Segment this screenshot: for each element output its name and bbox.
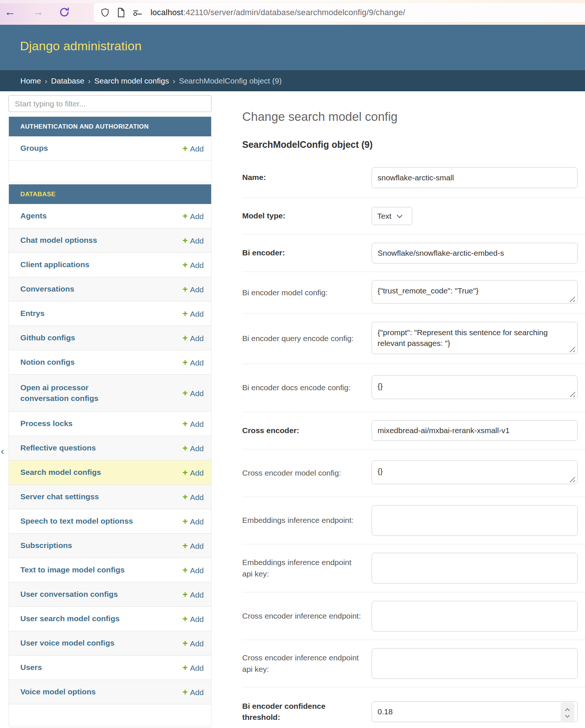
- sidebar-item-process-locks: Process locks +Add: [9, 412, 211, 436]
- back-icon[interactable]: ←: [4, 4, 16, 19]
- sidebar-item-conversations: Conversations +Add: [9, 277, 211, 302]
- form-row-bi-encoder-docs-encode-config: Bi encoder docs encode config: {}: [242, 364, 585, 412]
- sidebar-link-users[interactable]: Users: [20, 662, 42, 673]
- plus-icon: +: [183, 143, 188, 153]
- add-voice-model-options-button[interactable]: +Add: [183, 687, 204, 697]
- bi-encoder-query-encode-config-textarea[interactable]: {"prompt": "Represent this sentence for …: [372, 322, 578, 354]
- url-host: localhost: [151, 8, 183, 17]
- field-label-embeddings-inference-endpoint-api-key: Embeddings inference endpoint api key:: [242, 557, 372, 579]
- sidebar-filter-input[interactable]: [9, 95, 212, 112]
- breadcrumb-separator: ›: [173, 76, 175, 85]
- sidebar-link-voice-model-options[interactable]: Voice model options: [20, 687, 96, 697]
- field-label-bi-encoder-docs-encode-config: Bi encoder docs encode config:: [242, 382, 372, 393]
- add-agents-button[interactable]: +Add: [183, 211, 204, 221]
- bi-encoder-confidence-threshold-input[interactable]: [372, 701, 578, 722]
- add-text-to-image-model-configs-button[interactable]: +Add: [183, 565, 204, 575]
- sidebar-link-search-model-configs[interactable]: Search model configs: [20, 467, 101, 477]
- cross-encoder-model-config-textarea[interactable]: {}: [372, 460, 578, 484]
- shield-icon[interactable]: [100, 7, 110, 18]
- plus-icon: +: [183, 309, 188, 319]
- sidebar-item-users: Users +Add: [9, 656, 211, 680]
- field-label-cross-encoder-model-config: Cross encoder model config:: [242, 467, 372, 479]
- add-search-model-configs-button[interactable]: +Add: [183, 467, 204, 478]
- main-content: Change search model config SearchModelCo…: [242, 91, 585, 728]
- sidebar-link-groups[interactable]: Groups: [20, 143, 48, 153]
- form-row-embeddings-inference-endpoint: Embeddings inference endpoint:: [242, 497, 585, 544]
- sidebar-link-agents[interactable]: Agents: [20, 211, 47, 221]
- cross-encoder-inference-endpoint-api-key-input[interactable]: [372, 648, 578, 679]
- reload-icon[interactable]: [58, 6, 70, 18]
- sidebar-link-open-ai-processor-conversation-configs[interactable]: Open ai processor conversation configs: [20, 382, 131, 404]
- add-github-configs-button[interactable]: +Add: [183, 333, 204, 343]
- breadcrumb-home[interactable]: Home: [20, 76, 41, 85]
- sidebar-collapse-icon[interactable]: ‹: [1, 445, 4, 457]
- sidebar-link-conversations[interactable]: Conversations: [20, 284, 74, 294]
- add-conversations-button[interactable]: +Add: [183, 284, 204, 295]
- form-row-cross-encoder: Cross encoder:: [242, 412, 585, 449]
- add-users-button[interactable]: +Add: [183, 663, 204, 673]
- add-groups-button[interactable]: +Add: [183, 143, 204, 154]
- bi-encoder-docs-encode-config-textarea[interactable]: {}: [372, 375, 578, 399]
- bi-encoder-input[interactable]: [372, 243, 578, 263]
- plus-icon: +: [183, 687, 188, 697]
- embeddings-inference-endpoint-api-key-input[interactable]: [372, 553, 578, 584]
- sidebar-link-user-search-model-configs[interactable]: User search model configs: [20, 613, 119, 624]
- sidebar-link-subscriptions[interactable]: Subscriptions: [20, 540, 72, 551]
- breadcrumb-search-model-configs[interactable]: Search model configs: [94, 76, 169, 85]
- add-speech-to-text-model-optionss-button[interactable]: +Add: [183, 516, 204, 527]
- sidebar-link-server-chat-settingss[interactable]: Server chat settingss: [20, 491, 99, 502]
- embeddings-inference-endpoint-input[interactable]: [372, 505, 578, 536]
- field-label-name: Name:: [242, 172, 372, 183]
- add-entrys-button[interactable]: +Add: [183, 309, 204, 319]
- add-client-applications-button[interactable]: +Add: [183, 260, 204, 270]
- sidebar-link-text-to-image-model-configs[interactable]: Text to image model configs: [20, 565, 125, 575]
- name-input[interactable]: [372, 167, 578, 188]
- bi-encoder-model-config-textarea[interactable]: {"trust_remote_code": "True"}: [372, 280, 578, 304]
- sidebar-link-reflective-questions[interactable]: Reflective questions: [20, 443, 96, 453]
- sidebar-link-user-voice-model-configs[interactable]: User voice model configs: [20, 638, 114, 648]
- add-process-locks-button[interactable]: +Add: [183, 419, 204, 429]
- permissions-icon[interactable]: [132, 8, 143, 17]
- sidebar-link-github-configs[interactable]: Github configs: [20, 333, 75, 343]
- sidebar-link-notion-configs[interactable]: Notion configs: [20, 357, 75, 367]
- page-icon[interactable]: [116, 7, 125, 18]
- add-server-chat-settingss-button[interactable]: +Add: [183, 492, 204, 502]
- sidebar-link-chat-model-optionss[interactable]: Chat model optionss: [20, 235, 97, 245]
- site-title[interactable]: Django administration: [20, 39, 142, 53]
- plus-icon: +: [183, 260, 188, 270]
- form-row-cross-encoder-model-config: Cross encoder model config: {}: [242, 449, 585, 497]
- add-user-search-model-configs-button[interactable]: +Add: [183, 614, 204, 624]
- add-notion-configs-button[interactable]: +Add: [183, 357, 204, 368]
- add-reflective-questions-button[interactable]: +Add: [183, 443, 204, 453]
- add-subscriptions-button[interactable]: +Add: [183, 541, 204, 551]
- add-user-conversation-configs-button[interactable]: +Add: [183, 589, 204, 600]
- number-stepper[interactable]: [561, 702, 574, 722]
- add-user-voice-model-configs-button[interactable]: +Add: [183, 638, 204, 649]
- breadcrumb-current: SearchModelConfig object (9): [179, 76, 282, 85]
- sidebar-link-entrys[interactable]: Entrys: [20, 308, 44, 319]
- plus-icon: +: [183, 211, 188, 221]
- url-bar[interactable]: localhost:42110/server/admin/database/se…: [94, 3, 585, 22]
- plus-icon: +: [183, 235, 188, 245]
- add-open-ai-processor-conversation-configs-button[interactable]: +Add: [183, 388, 204, 398]
- sidebar-item-github-configs: Github configs +Add: [9, 326, 211, 350]
- plus-icon: +: [183, 419, 188, 429]
- model-type-select[interactable]: Text: [372, 207, 412, 225]
- sidebar-link-process-locks[interactable]: Process locks: [20, 418, 72, 429]
- sidebar-link-client-applications[interactable]: Client applications: [20, 259, 89, 270]
- add-chat-model-optionss-button[interactable]: +Add: [183, 235, 204, 246]
- forward-icon[interactable]: →: [33, 4, 44, 19]
- app-module-database: DATABASE Agents +Add Chat model optionss…: [9, 184, 212, 726]
- sidebar-item-reflective-questions: Reflective questions +Add: [9, 436, 211, 460]
- cross-encoder-input[interactable]: [372, 420, 578, 441]
- cross-encoder-inference-endpoint-input[interactable]: [372, 601, 578, 632]
- field-label-bi-encoder: Bi encoder:: [242, 247, 372, 258]
- url-text[interactable]: localhost:42110/server/admin/database/se…: [151, 8, 405, 17]
- sidebar-link-speech-to-text-model-optionss[interactable]: Speech to text model optionss: [20, 516, 133, 526]
- sidebar-item-voice-model-options: Voice model options +Add: [9, 680, 211, 704]
- breadcrumb-database[interactable]: Database: [51, 76, 84, 85]
- chevron-down-icon: [565, 713, 570, 718]
- sidebar-link-user-conversation-configs[interactable]: User conversation configs: [20, 589, 118, 599]
- plus-icon: +: [183, 614, 188, 624]
- field-label-cross-encoder-inference-endpoint: Cross encoder inference endpoint:: [242, 610, 372, 622]
